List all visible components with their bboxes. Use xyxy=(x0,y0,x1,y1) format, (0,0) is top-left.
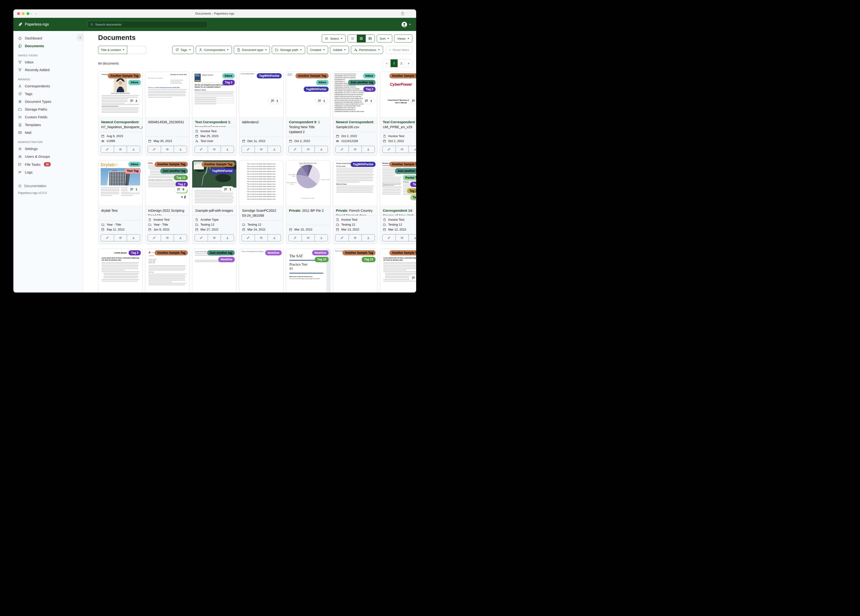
tag-badge[interactable]: Another Sample Tag xyxy=(389,250,416,255)
sidebar-item-inbox[interactable]: Inbox xyxy=(13,58,83,66)
document-thumbnail[interactable]: The SATPractice Test#1Make time to take … xyxy=(286,249,330,292)
document-thumbnail[interactable]: This is a testAnother Sample TagTag 12 xyxy=(333,249,377,292)
preview-button[interactable] xyxy=(348,146,362,152)
page-1-button[interactable]: 1 xyxy=(390,60,398,67)
document-thumbnail[interactable]: Boundary Waters Trip Another Sample TagT… xyxy=(192,160,236,206)
tag-badge[interactable]: Tag 12 xyxy=(362,257,375,262)
document-card[interactable]: MEDICALTEACHERMedical TeacherHas the new… xyxy=(192,72,237,156)
document-card[interactable]: French Country BreadFor the LeavenMake t… xyxy=(333,160,377,244)
edit-button[interactable] xyxy=(101,234,114,241)
tag-badge[interactable]: Another Sample Tag xyxy=(108,73,141,79)
tag-badge[interactable]: TagWithPartial xyxy=(351,162,375,167)
card-correspondent[interactable]: Private xyxy=(289,209,300,212)
filter-tags-button[interactable]: Tags▼ xyxy=(172,46,194,54)
document-card[interactable]: The SATPractice Test#1Make time to take … xyxy=(286,248,331,292)
comment-count-badge[interactable]: 1 xyxy=(268,97,281,104)
download-button[interactable] xyxy=(408,146,416,152)
comment-count-badge[interactable]: 1 xyxy=(127,186,140,193)
document-card[interactable]: one,1.0five,5.0Another Sample TagInboxTa… xyxy=(286,72,331,156)
tag-badge[interactable]: Inbox xyxy=(316,80,329,85)
edit-button[interactable] xyxy=(336,234,348,241)
document-thumbnail[interactable]: CyberPowerPowerPanel® Business EditionUs… xyxy=(380,72,416,117)
download-button[interactable] xyxy=(268,234,281,241)
tag-badge[interactable]: Tag 3 xyxy=(410,195,416,200)
sidebar-item-mail[interactable]: Mail xyxy=(13,129,83,137)
card-title-area[interactable]: InDesign 2022 Scripting Read Me xyxy=(145,206,190,215)
comment-count-badge[interactable]: 1 xyxy=(221,186,234,193)
edit-button[interactable] xyxy=(383,234,395,241)
card-title-area[interactable]: Test Correspondent 1: UM_PPBE_en_v29 xyxy=(380,117,416,132)
download-button[interactable] xyxy=(174,146,187,152)
document-thumbnail[interactable]: French Country BreadFor the LeavenMake t… xyxy=(333,160,377,206)
filter-storage-path-button[interactable]: Storage path▼ xyxy=(272,46,305,54)
tag-badge[interactable]: Inbox xyxy=(363,73,375,79)
preview-button[interactable] xyxy=(114,234,127,241)
card-correspondent[interactable]: Correspondent 9 xyxy=(289,120,316,124)
sidebar-item-custom-fields[interactable]: Custom Fields xyxy=(13,113,83,121)
edit-button[interactable] xyxy=(195,234,208,241)
filter-added-button[interactable]: Added▼ xyxy=(330,46,349,54)
search-field-selector[interactable]: Title & content▼ xyxy=(98,46,127,54)
card-correspondent[interactable]: Test Correspondent 1 xyxy=(383,120,416,124)
filter-permissions-button[interactable]: Permissions▼ xyxy=(351,46,383,54)
sort-button[interactable]: Sort▼ xyxy=(377,35,392,42)
preview-button[interactable] xyxy=(348,234,362,241)
document-card[interactable]: AdobeInDesign Scripting DocumentationAno… xyxy=(145,160,190,244)
document-thumbnail[interactable]: Test Name(12-66-789)January 3, 2022July … xyxy=(145,249,190,292)
preview-button[interactable] xyxy=(114,146,127,152)
tag-badge[interactable]: Tag 2 xyxy=(363,86,375,92)
comment-count-badge[interactable]: 1 xyxy=(315,97,328,104)
filter-created-button[interactable]: Created▼ xyxy=(307,46,328,54)
card-correspondent[interactable]: Test Correspondent 1 xyxy=(195,120,230,124)
sidebar-item-settings[interactable]: Settings xyxy=(13,145,83,152)
download-button[interactable] xyxy=(314,146,328,152)
document-thumbnail[interactable]: This is a multi page document. Page 1.Ne… xyxy=(239,249,283,292)
list-view-icon-button[interactable] xyxy=(348,35,357,42)
tag-badge[interactable]: Just another tag xyxy=(160,168,188,173)
tag-badge[interactable]: NewOne xyxy=(218,257,235,262)
card-title-area[interactable]: drylab Test xyxy=(98,206,143,220)
document-card[interactable]: Patient BP Distribution 2011Isolated Sys… xyxy=(286,160,331,244)
tag-badge[interactable]: Inbox xyxy=(129,162,141,167)
document-card[interactable]: This is a testAnother Sample TagTag 12 xyxy=(333,248,377,292)
edit-button[interactable] xyxy=(242,146,255,152)
edit-button[interactable] xyxy=(101,146,114,152)
preview-button[interactable] xyxy=(161,234,174,241)
tag-badge[interactable]: Just another tag xyxy=(395,168,416,173)
download-button[interactable] xyxy=(221,146,234,152)
download-button[interactable] xyxy=(268,146,281,152)
card-correspondent[interactable]: Correspondent 14 xyxy=(383,209,412,212)
sidebar-item-recently-added[interactable]: Recently Added xyxy=(13,66,83,74)
card-title-area[interactable]: Newest Correspondent: H7_Napoleon_Bonapa… xyxy=(98,117,143,132)
document-thumbnail[interactable]: This is a test for the double space char… xyxy=(239,160,283,206)
document-card[interactable]: Review of Arbitral Awards“The average ti… xyxy=(380,160,416,244)
tag-badge[interactable]: TagWithPartial xyxy=(304,86,329,92)
preview-button[interactable] xyxy=(255,146,268,152)
download-button[interactable] xyxy=(221,234,234,241)
card-title-area[interactable]: Correspondent 14: Review-of-New-York-Fed… xyxy=(380,206,416,215)
views-button[interactable]: Views▼ xyxy=(394,35,413,42)
preview-button[interactable] xyxy=(395,146,409,152)
tag-badge[interactable]: Tag 12 xyxy=(315,257,329,262)
tag-badge[interactable]: Another Sample Tag xyxy=(155,250,188,255)
download-button[interactable] xyxy=(127,234,140,241)
download-button[interactable] xyxy=(408,234,416,241)
edit-button[interactable] xyxy=(289,146,301,152)
card-title-area[interactable]: Private: French Country Bread Revised.do… xyxy=(333,206,377,215)
document-thumbnail[interactable]: Contact Sheet DemoJust another tagNewOne xyxy=(192,249,236,292)
page-2-button[interactable]: 2 xyxy=(398,60,405,67)
comment-count-badge[interactable]: 4 xyxy=(409,97,416,104)
edit-button[interactable] xyxy=(148,234,161,241)
card-title-area[interactable]: Private: 2011 BP Pie 2 xyxy=(286,206,330,225)
sidebar-item-users-groups[interactable]: Users & Groups xyxy=(13,152,83,160)
grid-view-icon-button[interactable] xyxy=(357,35,366,42)
tag-badge[interactable]: Another Sample Tag xyxy=(389,73,416,79)
tag-badge[interactable]: Another Sample Tag xyxy=(389,162,416,167)
document-thumbnail[interactable]: Patient BP Distribution 2011Isolated Sys… xyxy=(286,160,330,206)
preview-button[interactable] xyxy=(208,146,221,152)
card-title-area[interactable]: 0004814539_20230531 xyxy=(145,117,190,137)
select-button[interactable]: Select▼ xyxy=(322,35,345,42)
document-card[interactable]: CyberPowerPowerPanel® Business EditionUs… xyxy=(380,72,416,156)
sidebar-collapse-button[interactable]: « xyxy=(77,34,83,41)
document-card[interactable]: Boundary Waters Trip Another Sample TagT… xyxy=(192,160,237,244)
